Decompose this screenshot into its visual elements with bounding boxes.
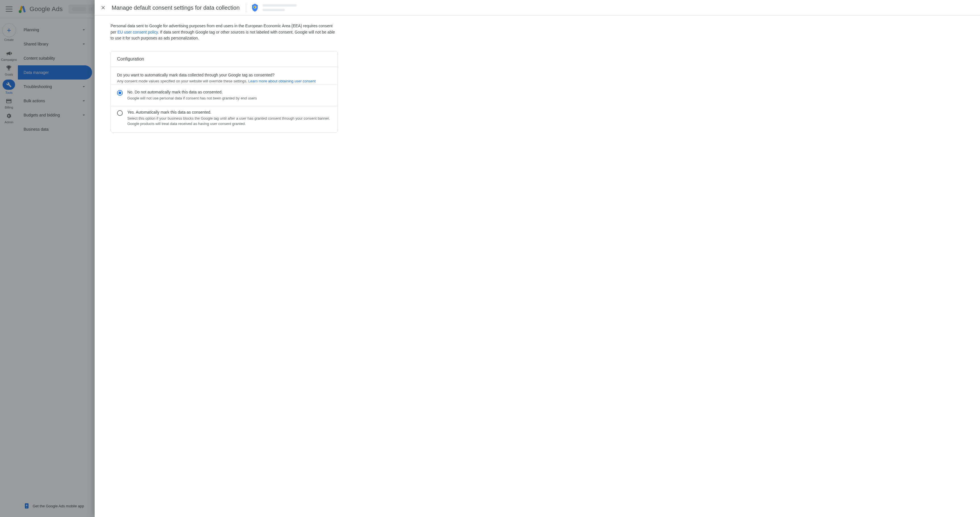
option-label: Yes. Automatically mark this data as con… (127, 110, 331, 115)
divider (246, 3, 246, 12)
consent-option-no[interactable]: No. Do not automatically mark this data … (111, 85, 337, 106)
modal-header: Manage default consent settings for data… (95, 0, 980, 16)
eu-consent-policy-link[interactable]: EU user consent policy (117, 30, 158, 34)
option-description: Select this option if your business bloc… (127, 116, 331, 127)
option-description: Google will not use personal data if con… (127, 95, 331, 101)
app-root: Google Ads + Create CampaignsGoalsToolsB… (0, 0, 980, 517)
placeholder-lines (262, 4, 297, 11)
radio-no[interactable] (117, 90, 123, 96)
close-button[interactable] (100, 4, 107, 11)
option-label: No. Do not automatically mark this data … (127, 90, 331, 94)
google-tag-chip[interactable] (251, 3, 297, 12)
card-question-block: Do you want to automatically mark data c… (111, 67, 337, 85)
modal-title: Manage default consent settings for data… (112, 5, 240, 11)
consent-settings-modal: Manage default consent settings for data… (95, 0, 980, 517)
card-question: Do you want to automatically mark data c… (117, 73, 331, 77)
consent-option-yes[interactable]: Yes. Automatically mark this data as con… (111, 106, 337, 132)
close-icon (100, 5, 106, 11)
card-subtext: Any consent mode values specified on you… (117, 79, 331, 83)
configuration-card: Configuration Do you want to automatical… (111, 51, 338, 133)
modal-body: Personal data sent to Google for adverti… (95, 16, 980, 517)
card-title: Configuration (111, 51, 337, 67)
learn-more-link[interactable]: Learn more about obtaining user consent (248, 79, 316, 83)
radio-yes[interactable] (117, 110, 123, 116)
intro-paragraph: Personal data sent to Google for adverti… (111, 23, 338, 41)
subtext: Any consent mode values specified on you… (117, 79, 248, 83)
google-tag-icon (251, 3, 259, 12)
